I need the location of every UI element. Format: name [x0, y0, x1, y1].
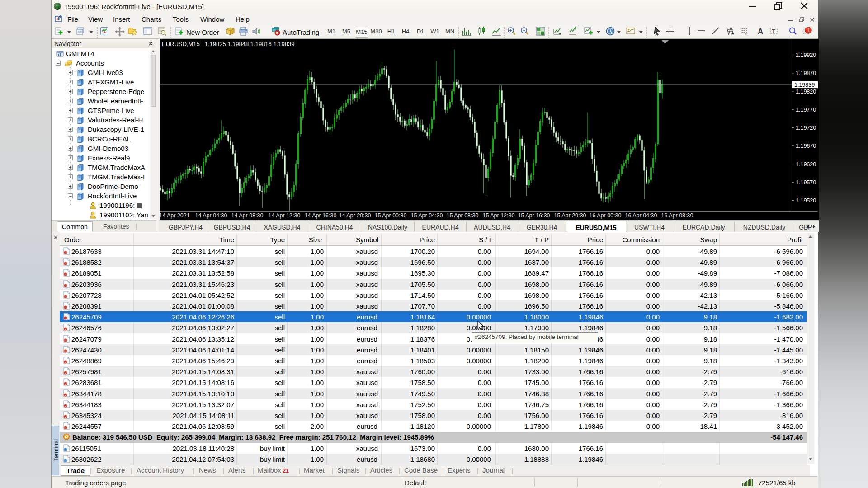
svg-text:15 Apr 16:30: 15 Apr 16:30	[518, 212, 550, 219]
svg-text:15 Apr 00:30: 15 Apr 00:30	[375, 212, 407, 219]
svg-text:16 Apr 00:30: 16 Apr 00:30	[590, 212, 622, 219]
svg-text:14 Apr 20:30: 14 Apr 20:30	[339, 212, 371, 219]
svg-text:1.19920: 1.19920	[796, 52, 816, 58]
svg-text:15 Apr 08:30: 15 Apr 08:30	[447, 212, 479, 219]
svg-text:F: F	[745, 32, 748, 36]
svg-text:14 Apr 08:30: 14 Apr 08:30	[231, 212, 264, 219]
svg-text:1.19839: 1.19839	[794, 82, 815, 88]
svg-text:14 Apr 2021: 14 Apr 2021	[160, 212, 190, 219]
svg-text:T: T	[772, 28, 776, 35]
svg-text:14 Apr 16:30: 14 Apr 16:30	[305, 212, 337, 219]
svg-text:1.19570: 1.19570	[796, 179, 816, 186]
svg-text:1: 1	[807, 27, 811, 33]
svg-text:1.19720: 1.19720	[796, 125, 816, 131]
svg-text:16 Apr 08:30: 16 Apr 08:30	[661, 212, 693, 219]
svg-text:16 Apr 04:30: 16 Apr 04:30	[625, 212, 657, 219]
svg-text:A: A	[758, 27, 763, 36]
svg-text:E: E	[731, 32, 734, 36]
svg-text:1.19520: 1.19520	[796, 197, 816, 204]
svg-text:1.19820: 1.19820	[796, 89, 816, 95]
svg-text:15 Apr 20:30: 15 Apr 20:30	[554, 212, 586, 219]
svg-text:15 Apr 04:30: 15 Apr 04:30	[411, 212, 443, 219]
svg-text:1.19770: 1.19770	[796, 107, 816, 113]
svg-text:1.19870: 1.19870	[796, 70, 816, 76]
svg-text:14 Apr 12:30: 14 Apr 12:30	[269, 212, 301, 219]
svg-text:15 Apr 12:30: 15 Apr 12:30	[483, 212, 515, 219]
svg-text:1.19620: 1.19620	[796, 161, 816, 168]
svg-text:1.19670: 1.19670	[796, 143, 816, 149]
svg-text:14 Apr 04:30: 14 Apr 04:30	[195, 212, 227, 219]
svg-text:EURUSD,M15 1.19825 1.19848 1: EURUSD,M15 1.19825 1.19848 1.19816 1.198…	[162, 41, 294, 47]
